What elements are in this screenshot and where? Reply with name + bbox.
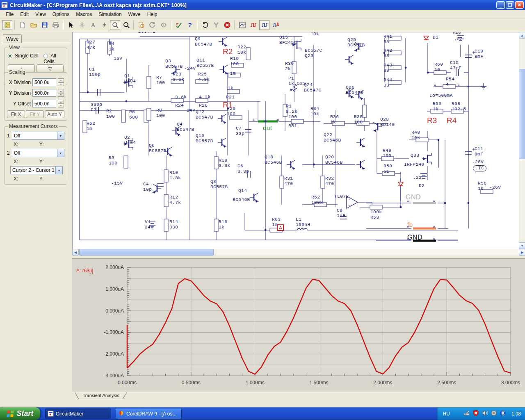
component-label[interactable]: 1m	[230, 71, 236, 76]
component-label[interactable]: Q11 BC557B	[196, 58, 214, 68]
component-label[interactable]: Q4 BC547B	[177, 122, 194, 132]
tablet-pen-icon[interactable]	[463, 410, 470, 418]
taskbar-task-circuitmaker[interactable]: CircuitMaker	[45, 409, 111, 419]
component-label[interactable]: Q1 U404	[124, 73, 136, 84]
zoom-button[interactable]	[121, 20, 131, 30]
chevron-down-icon[interactable]: ▼	[55, 167, 62, 174]
component-label[interactable]: R63 1m	[272, 217, 281, 228]
component-label[interactable]: IRFP240	[404, 162, 425, 167]
component-label[interactable]: R27 47k	[87, 40, 95, 50]
component-label[interactable]: R7 100	[156, 75, 165, 86]
volume-icon[interactable]	[482, 410, 488, 418]
component-label[interactable]: -26V	[489, 185, 501, 190]
component-label[interactable]: R6 680	[129, 110, 138, 120]
menu-help[interactable]: Help	[144, 10, 161, 18]
y-division-input[interactable]: 500.0n	[32, 89, 56, 97]
component-label[interactable]: Q8 BC557B	[210, 179, 228, 190]
net-label[interactable]: »	[433, 199, 436, 204]
component-label[interactable]: Q18 BC546B	[265, 155, 282, 165]
print-button[interactable]	[50, 20, 61, 30]
x-division-input[interactable]: 500.0u	[32, 78, 56, 86]
component-label[interactable]: R43 33	[383, 63, 392, 73]
chevron-down-icon[interactable]: ▼	[57, 132, 64, 139]
component-label[interactable]: C4 10p	[143, 182, 152, 192]
scroll-right-icon[interactable]: ▶	[519, 249, 525, 256]
menu-view[interactable]: View	[32, 10, 49, 18]
menu-wave[interactable]: Wave	[125, 10, 144, 18]
component-label[interactable]: R51	[288, 123, 297, 129]
component-label[interactable]: -24V	[184, 66, 196, 71]
start-button[interactable]: Start	[0, 407, 40, 420]
component-label[interactable]: R32 470	[325, 176, 334, 187]
net-label[interactable]: R2	[223, 47, 233, 57]
scroll-up-icon[interactable]: ▲	[519, 32, 525, 39]
component-label[interactable]: C15 47nF	[450, 60, 461, 71]
component-label[interactable]: Q15 BF245C	[279, 35, 297, 46]
component-label[interactable]: L1 150nH	[296, 217, 310, 228]
component-label[interactable]: -26V	[472, 160, 484, 165]
net-label[interactable]: »	[406, 225, 409, 230]
scroll-down-icon[interactable]: ▼	[519, 242, 525, 249]
digital-button[interactable]	[248, 20, 258, 30]
net-label[interactable]: R3	[427, 116, 437, 126]
minimize-button[interactable]: _	[496, 1, 505, 9]
component-label[interactable]: R14 330	[169, 219, 178, 230]
component-label[interactable]: C6 3.3p	[237, 164, 249, 174]
component-label[interactable]: R49 100	[383, 148, 391, 159]
zoomsel-button[interactable]	[110, 20, 120, 30]
select-button[interactable]	[66, 20, 76, 30]
component-label[interactable]: Io=500mA	[429, 93, 453, 98]
x-division-spinner[interactable]: ▲▼	[58, 78, 64, 86]
component-label[interactable]: Q22 BC546B	[324, 132, 341, 143]
cursor-diff-select[interactable]: Cursor 2 - Cursor 1▼	[10, 166, 63, 174]
net-label[interactable]: »	[406, 199, 409, 204]
component-label[interactable]: 15V	[114, 56, 122, 62]
component-label[interactable]: V4 24V	[145, 219, 153, 230]
component-label[interactable]: Q10 BC557B	[196, 133, 213, 144]
cursor2-select[interactable]: Off▼	[12, 149, 64, 157]
component-label[interactable]: R34 10k	[310, 106, 319, 117]
component-label[interactable]: Q3 BC557B	[165, 59, 183, 69]
component-label[interactable]: R52 180k	[311, 195, 323, 205]
fit-y-button[interactable]: Fit Y	[26, 110, 44, 118]
net-label[interactable]: »	[433, 237, 436, 242]
tooly-button[interactable]	[211, 20, 221, 30]
component-label[interactable]: Q26 BC547B	[346, 85, 363, 96]
radio-single-cell[interactable]: Single Cell	[8, 53, 39, 59]
undo-button[interactable]	[200, 20, 210, 30]
component-label[interactable]: R26	[199, 103, 208, 108]
component-label[interactable]: Q28 BD140	[380, 117, 395, 128]
net-label[interactable]: R1	[223, 100, 233, 110]
component-label[interactable]: R56 1k	[478, 181, 486, 192]
net-label[interactable]: »	[277, 118, 280, 123]
schematic-hscrollbar[interactable]: ◀ ▶	[72, 249, 525, 256]
text-button[interactable]: A	[88, 20, 98, 30]
component-label[interactable]: R2 100	[106, 109, 115, 119]
component-label[interactable]: 330p C2	[91, 102, 102, 113]
component-label[interactable]: 100	[288, 114, 297, 120]
component-label[interactable]: R41 33	[383, 34, 392, 45]
component-label[interactable]: -15V	[111, 181, 123, 186]
help-button[interactable]: ?	[185, 20, 195, 30]
save-button[interactable]	[39, 20, 50, 30]
component-label[interactable]: D2	[419, 183, 425, 189]
component-label[interactable]: Q6 BC557B	[149, 143, 167, 154]
menu-simulation[interactable]: Simulation	[96, 10, 125, 18]
tab-transient-analysis[interactable]: Transient Analysis	[75, 392, 127, 399]
bluetooth-icon[interactable]	[500, 410, 506, 418]
hscroll-thumb[interactable]	[79, 249, 214, 256]
net-label[interactable]: »	[433, 225, 436, 230]
menu-file[interactable]: File	[2, 10, 17, 18]
component-label[interactable]: R58 102.5	[452, 101, 466, 112]
all-cells-radio-icon[interactable]	[43, 54, 48, 58]
component-label[interactable]: R18 3.3k	[219, 158, 230, 169]
net-label[interactable]: R4	[447, 116, 457, 126]
net-label[interactable]: »	[457, 83, 460, 88]
component-label[interactable]: R4 1k	[109, 41, 114, 52]
fit-x-button[interactable]: Fit X	[7, 110, 25, 118]
tab-wave[interactable]: Wave	[3, 34, 22, 43]
component-label[interactable]: R31 470	[284, 176, 293, 187]
y-offset-input[interactable]: 500.0n	[32, 100, 56, 107]
taskbar-task-coreldraw[interactable]: CorelDRAW 9 - [A os...	[116, 409, 181, 419]
rotate-button[interactable]	[147, 20, 158, 30]
